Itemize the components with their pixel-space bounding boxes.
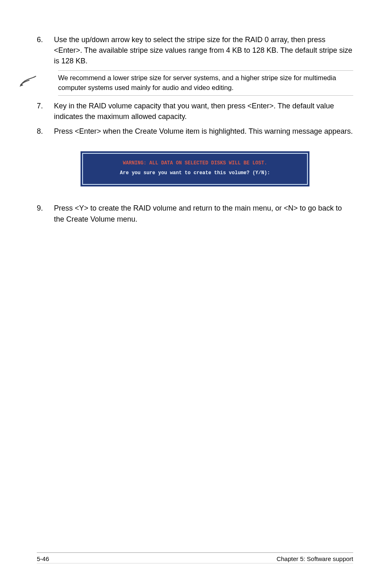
step-9: 9. Press <Y> to create the RAID volume a… — [37, 203, 353, 224]
step-number: 9. — [37, 203, 54, 224]
terminal-warning-dialog: WARNING: ALL DATA ON SELECTED DISKS WILL… — [37, 151, 353, 186]
step-6: 6. Use the up/down arrow key to select t… — [37, 34, 353, 66]
terminal-warning-line: WARNING: ALL DATA ON SELECTED DISKS WILL… — [83, 160, 307, 166]
terminal-prompt-line: Are you sure you want to create this vol… — [83, 170, 307, 176]
step-number: 6. — [37, 34, 54, 66]
step-text: Use the up/down arrow key to select the … — [54, 34, 353, 66]
step-number: 8. — [37, 126, 54, 137]
step-7: 7. Key in the RAID volume capacity that … — [37, 101, 353, 122]
step-8: 8. Press <Enter> when the Create Volume … — [37, 126, 353, 137]
step-text: Press <Enter> when the Create Volume ite… — [54, 126, 353, 137]
note-text: We recommend a lower stripe size for ser… — [58, 70, 353, 96]
footer-page-number: 5-46 — [37, 555, 49, 562]
note-block: We recommend a lower stripe size for ser… — [37, 70, 353, 96]
step-text: Key in the RAID volume capacity that you… — [54, 101, 353, 122]
pencil-note-icon — [19, 70, 41, 96]
step-text: Press <Y> to create the RAID volume and … — [54, 203, 353, 224]
step-number: 7. — [37, 101, 54, 122]
footer-chapter-label: Chapter 5: Software support — [276, 555, 353, 562]
page-footer: 5-46 Chapter 5: Software support — [37, 552, 353, 563]
